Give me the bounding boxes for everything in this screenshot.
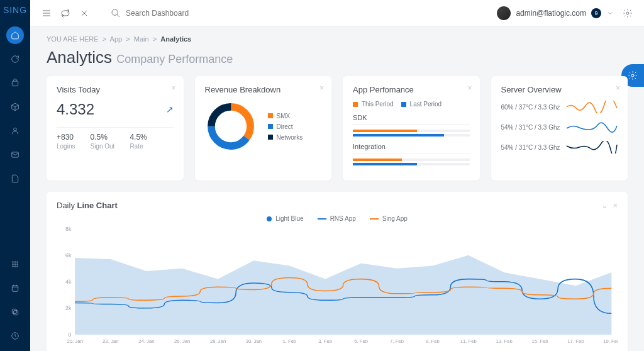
svg-text:17. Feb: 17. Feb xyxy=(567,338,584,344)
logo[interactable]: SING xyxy=(1,5,30,15)
close-icon[interactable]: × xyxy=(467,84,472,92)
content: YOU ARE HERE > App > Main > Analytics An… xyxy=(30,26,644,351)
svg-text:5. Feb: 5. Feb xyxy=(354,338,368,344)
user-menu[interactable]: admin@flatlogic.com 9 xyxy=(497,6,614,20)
search-icon[interactable] xyxy=(111,8,121,18)
server-row: 54% / 31°C / 3.3 Ghz xyxy=(501,121,618,133)
settings-icon[interactable] xyxy=(623,8,633,18)
svg-point-4 xyxy=(14,262,16,263)
svg-text:2k: 2k xyxy=(65,305,72,311)
svg-text:24. Jan: 24. Jan xyxy=(138,338,154,344)
svg-text:15. Feb: 15. Feb xyxy=(531,338,548,344)
svg-point-1 xyxy=(14,128,17,131)
nav-home[interactable] xyxy=(6,26,24,44)
svg-point-18 xyxy=(631,74,634,77)
bars-integration xyxy=(353,159,470,165)
svg-point-8 xyxy=(17,264,18,265)
svg-text:30. Jan: 30. Jan xyxy=(246,338,262,344)
collapse-icon[interactable]: ⌄ × xyxy=(601,201,618,210)
svg-point-7 xyxy=(14,264,16,265)
close-icon[interactable]: × xyxy=(616,84,620,92)
refresh-icon[interactable] xyxy=(60,8,70,18)
chart-legend: Light Blue RNS App Sing App xyxy=(57,215,618,222)
search-input[interactable] xyxy=(126,9,226,18)
nav-package[interactable] xyxy=(6,98,24,116)
line-chart: 02k4k6k8k20. Jan22. Jan24. Jan26. Jan28.… xyxy=(57,226,618,345)
card-title: Server Overview xyxy=(501,85,618,94)
close-icon[interactable]: × xyxy=(319,84,324,92)
svg-text:13. Feb: 13. Feb xyxy=(496,338,513,344)
svg-point-6 xyxy=(13,264,14,265)
user-email: admin@flatlogic.com xyxy=(516,9,586,18)
svg-text:9. Feb: 9. Feb xyxy=(426,338,440,344)
svg-text:19. Feb: 19. Feb xyxy=(603,338,618,344)
legend-item: Networks xyxy=(268,134,303,141)
arrow-up-icon: ↗ xyxy=(166,104,174,114)
notification-badge: 9 xyxy=(591,8,601,18)
chevron-down-icon xyxy=(606,9,614,17)
svg-text:6k: 6k xyxy=(65,252,72,259)
visits-value: 4.332 ↗ xyxy=(57,101,174,118)
svg-point-16 xyxy=(112,9,118,15)
svg-text:22. Jan: 22. Jan xyxy=(103,338,118,344)
svg-point-3 xyxy=(13,262,14,263)
breadcrumb: YOU ARE HERE > App > Main > Analytics xyxy=(47,35,628,43)
svg-text:8k: 8k xyxy=(65,226,72,232)
nav-grid[interactable] xyxy=(6,255,24,273)
svg-rect-2 xyxy=(12,152,19,157)
nav-copy[interactable] xyxy=(6,303,24,321)
nav-mail[interactable] xyxy=(6,146,24,164)
stat-cards: × Visits Today 4.332 ↗ +830Logins 0.5%Si… xyxy=(47,76,628,181)
svg-text:20. Jan: 20. Jan xyxy=(67,338,82,344)
nav-docs[interactable] xyxy=(6,170,24,187)
svg-point-10 xyxy=(14,266,16,267)
sidebar: SING xyxy=(0,0,30,351)
svg-rect-14 xyxy=(12,309,16,313)
svg-text:11. Feb: 11. Feb xyxy=(460,338,477,344)
svg-point-11 xyxy=(17,266,18,267)
close-icon[interactable] xyxy=(79,8,89,18)
server-row: 60% / 37°C / 3.3 Ghz xyxy=(501,101,618,113)
card-daily-chart: Daily Line Chart ⌄ × Light Blue RNS App … xyxy=(47,192,628,351)
svg-rect-13 xyxy=(14,311,18,315)
nav-calendar[interactable] xyxy=(6,279,24,297)
card-title: App Perfomance xyxy=(353,85,470,94)
legend-item: SMX xyxy=(268,113,303,120)
svg-text:28. Jan: 28. Jan xyxy=(210,338,226,344)
nav-user[interactable] xyxy=(6,122,24,140)
legend-item: Direct xyxy=(268,123,303,130)
server-row: 54% / 31°C / 3.3 Ghz xyxy=(501,141,618,153)
svg-text:0: 0 xyxy=(68,332,71,338)
nav-clock[interactable] xyxy=(6,327,24,345)
card-title: Visits Today xyxy=(57,85,174,94)
bars-sdk xyxy=(353,130,470,136)
card-revenue: × Revenue Breakdown SMX Direct Networks xyxy=(195,76,332,181)
menu-icon[interactable] xyxy=(42,8,52,18)
svg-text:4k: 4k xyxy=(65,279,72,285)
card-server: × Server Overview 60% / 37°C / 3.3 Ghz 5… xyxy=(491,76,628,181)
svg-point-9 xyxy=(13,266,14,267)
svg-point-5 xyxy=(17,262,18,263)
card-title: Revenue Breakdown xyxy=(205,85,322,94)
svg-text:26. Jan: 26. Jan xyxy=(174,338,190,344)
card-visits: × Visits Today 4.332 ↗ +830Logins 0.5%Si… xyxy=(47,76,184,181)
donut-chart xyxy=(205,101,257,152)
page-title: Analytics Company Performance xyxy=(47,48,628,67)
avatar xyxy=(497,6,511,20)
close-icon[interactable]: × xyxy=(171,84,175,92)
svg-rect-0 xyxy=(12,81,18,86)
svg-rect-12 xyxy=(12,286,18,291)
search-wrap xyxy=(111,8,226,18)
svg-text:3. Feb: 3. Feb xyxy=(318,338,332,344)
card-title: Daily Line Chart ⌄ × xyxy=(57,201,618,210)
nav-shop[interactable] xyxy=(6,74,24,92)
card-performance: × App Perfomance This Period Last Period… xyxy=(343,76,480,181)
svg-text:1. Feb: 1. Feb xyxy=(282,338,296,344)
topbar: admin@flatlogic.com 9 xyxy=(30,0,644,26)
svg-point-17 xyxy=(626,12,629,14)
svg-text:7. Feb: 7. Feb xyxy=(390,338,404,344)
nav-chat[interactable] xyxy=(6,50,24,68)
main: admin@flatlogic.com 9 YOU ARE HERE > App… xyxy=(30,0,644,351)
